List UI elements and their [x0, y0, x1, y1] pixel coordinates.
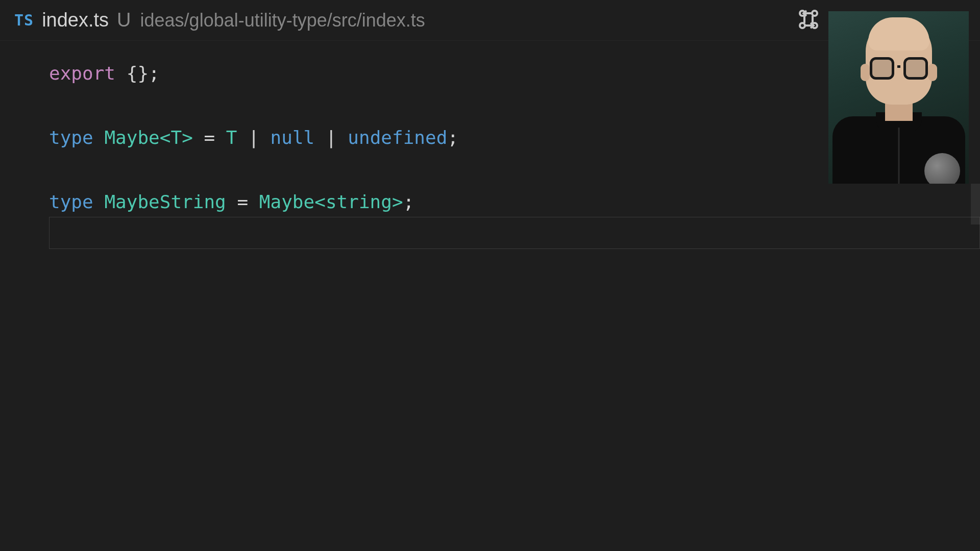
editor-tab[interactable]: TS index.ts U ideas/global-utility-type/… [6, 0, 433, 40]
editor-scrollbar[interactable] [971, 41, 980, 551]
typescript-icon: TS [14, 11, 34, 29]
svg-point-1 [812, 11, 817, 16]
code-line-5: type MaybeString = Maybe<string>; [49, 186, 980, 218]
tab-vcs-status: U [117, 9, 131, 31]
scrollbar-marker [971, 184, 980, 224]
tab-filename: index.ts [42, 9, 109, 31]
active-line-highlight [49, 217, 980, 249]
webcam-overlay [828, 11, 969, 184]
tab-filepath: ideas/global-utility-type/src/index.ts [140, 10, 425, 31]
svg-point-2 [800, 23, 805, 28]
source-control-compare-icon[interactable] [796, 7, 821, 34]
